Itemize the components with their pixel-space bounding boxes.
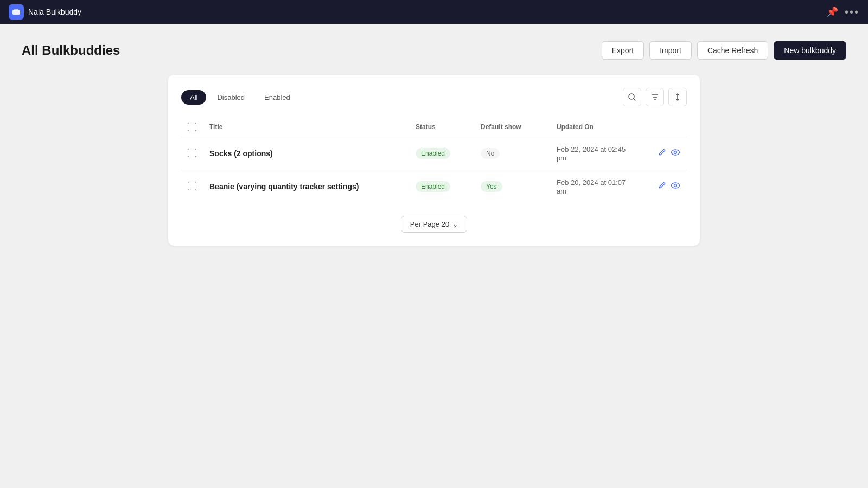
pagination-bar: Per Page 20 ⌄ (181, 216, 687, 233)
import-button[interactable]: Import (649, 41, 692, 60)
export-button[interactable]: Export (602, 41, 644, 60)
per-page-label: Per Page 20 (410, 220, 449, 228)
topbar-left: Nala Bulkbuddy (9, 4, 81, 20)
tab-all[interactable]: All (181, 90, 206, 105)
col-header-updated-on: Updated On (550, 117, 643, 137)
search-icon (628, 93, 636, 101)
svg-rect-1 (14, 9, 18, 11)
table-row: Beanie (varying quantity tracker setting… (181, 170, 687, 203)
col-header-status: Status (409, 117, 474, 137)
default-show-badge: No (481, 148, 500, 159)
svg-point-13 (674, 184, 677, 187)
edit-icon[interactable] (658, 148, 666, 159)
col-header-default-show: Default show (474, 117, 550, 137)
view-icon[interactable] (671, 148, 680, 159)
topbar-right: 📌 ••• (826, 6, 859, 18)
search-button[interactable] (623, 88, 641, 106)
row-checkbox[interactable] (188, 149, 196, 157)
bulkbuddies-table: Title Status Default show Updated On Soc… (181, 117, 687, 203)
sort-button[interactable] (668, 88, 687, 106)
per-page-button[interactable]: Per Page 20 ⌄ (401, 216, 467, 233)
main-card: All Disabled Enabled (168, 75, 700, 246)
row-actions (650, 148, 680, 159)
cache-refresh-button[interactable]: Cache Refresh (697, 41, 768, 60)
page-title: All Bulkbuddies (22, 43, 120, 58)
col-header-title: Title (203, 117, 409, 137)
edit-icon[interactable] (658, 181, 666, 192)
updated-on-text: Feb 22, 2024 at 02:45 pm (557, 145, 626, 162)
tab-disabled[interactable]: Disabled (208, 90, 253, 105)
status-badge: Enabled (416, 148, 450, 159)
svg-line-11 (663, 184, 664, 185)
svg-line-3 (634, 99, 635, 100)
new-bulkbuddy-button[interactable]: New bulkbuddy (774, 41, 846, 60)
view-icon[interactable] (671, 181, 680, 192)
row-checkbox[interactable] (188, 182, 196, 190)
tabs-left: All Disabled Enabled (181, 90, 299, 105)
table-row: Socks (2 options) Enabled No Feb 22, 202… (181, 137, 687, 170)
row-title: Socks (2 options) (209, 149, 273, 158)
filter-tabs-row: All Disabled Enabled (181, 88, 687, 106)
app-name: Nala Bulkbuddy (28, 8, 81, 16)
filter-button[interactable] (646, 88, 664, 106)
default-show-badge: Yes (481, 181, 502, 192)
svg-point-12 (672, 183, 680, 188)
svg-point-9 (672, 150, 680, 155)
tabs-right (623, 88, 687, 106)
topbar: Nala Bulkbuddy 📌 ••• (0, 0, 868, 24)
page-header: All Bulkbuddies Export Import Cache Refr… (22, 41, 846, 60)
tab-enabled[interactable]: Enabled (256, 90, 299, 105)
header-actions: Export Import Cache Refresh New bulkbudd… (602, 41, 846, 60)
app-icon (9, 4, 24, 20)
row-title: Beanie (varying quantity tracker setting… (209, 182, 359, 191)
main-content: All Bulkbuddies Export Import Cache Refr… (0, 24, 868, 263)
more-options-icon[interactable]: ••• (845, 6, 859, 18)
sort-icon (673, 93, 682, 101)
pin-icon[interactable]: 📌 (826, 6, 838, 18)
status-badge: Enabled (416, 181, 450, 192)
chevron-down-icon: ⌄ (452, 221, 458, 228)
row-actions (650, 181, 680, 192)
col-header-actions (643, 117, 687, 137)
filter-icon (650, 93, 659, 101)
select-all-checkbox[interactable] (188, 123, 196, 131)
updated-on-text: Feb 20, 2024 at 01:07 am (557, 178, 626, 195)
svg-line-8 (663, 151, 664, 152)
svg-point-10 (674, 151, 677, 154)
